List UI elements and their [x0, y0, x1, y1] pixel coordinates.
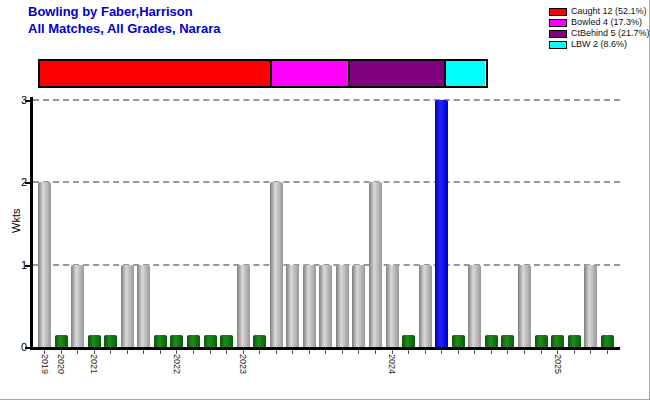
x-axis-line	[30, 347, 620, 350]
x-year-label-2019: 2019	[40, 354, 50, 374]
match-bar	[336, 265, 349, 347]
match-bar	[568, 335, 581, 347]
match-bar	[270, 182, 283, 347]
x-tick	[574, 350, 575, 354]
y-tick-label-2: 2	[8, 176, 27, 188]
match-bar	[452, 335, 465, 347]
x-tick	[441, 350, 442, 354]
match-bar	[419, 265, 432, 347]
match-bar	[485, 335, 498, 347]
x-tick	[127, 350, 128, 354]
match-bar	[154, 335, 167, 347]
match-bar	[71, 265, 84, 347]
match-bar	[518, 265, 531, 347]
bowling-summary-window: Bowling by Faber,Harrison All Matches, A…	[0, 0, 650, 400]
y-axis-line	[30, 97, 33, 350]
x-tick	[458, 350, 459, 354]
gridline-y2	[33, 181, 620, 183]
x-year-label-2025: 2025	[553, 354, 563, 374]
x-tick	[276, 350, 277, 354]
y-tick-label-3: 3	[8, 94, 27, 106]
match-bar	[402, 335, 415, 347]
match-bar	[121, 265, 134, 347]
x-year-label-2024: 2024	[387, 354, 397, 374]
match-bar	[386, 265, 399, 347]
x-tick	[524, 350, 525, 354]
x-year-label-2020: 2020	[56, 354, 66, 374]
x-tick	[425, 350, 426, 354]
x-tick	[474, 350, 475, 354]
x-tick	[210, 350, 211, 354]
x-tick	[342, 350, 343, 354]
x-year-label-2023: 2023	[238, 354, 248, 374]
match-bar	[501, 335, 514, 347]
match-bar	[38, 182, 51, 347]
x-tick	[226, 350, 227, 354]
x-tick	[309, 350, 310, 354]
x-tick	[491, 350, 492, 354]
x-tick	[375, 350, 376, 354]
match-bar	[204, 335, 217, 347]
x-tick	[590, 350, 591, 354]
match-bar	[104, 335, 117, 347]
match-bar	[187, 335, 200, 347]
y-tick-label-1: 1	[8, 259, 27, 271]
match-bar	[352, 265, 365, 347]
x-year-label-2021: 2021	[89, 354, 99, 374]
match-bar	[369, 182, 382, 347]
match-bar	[303, 265, 316, 347]
match-bar	[435, 100, 448, 347]
x-tick	[292, 350, 293, 354]
wickets-bar-chart: Wkts 01232019202020212022202320242025	[0, 0, 650, 400]
x-year-label-2022: 2022	[172, 354, 182, 374]
match-bar	[584, 265, 597, 347]
x-tick	[607, 350, 608, 354]
match-bar	[253, 335, 266, 347]
y-axis-title: Wkts	[10, 209, 22, 233]
match-bar	[55, 335, 68, 347]
x-tick	[358, 350, 359, 354]
match-bar	[551, 335, 564, 347]
x-tick	[259, 350, 260, 354]
x-tick	[110, 350, 111, 354]
x-tick	[143, 350, 144, 354]
match-bar	[237, 265, 250, 347]
match-bar	[137, 265, 150, 347]
y-tick-label-0: 0	[8, 341, 27, 353]
match-bar	[319, 265, 332, 347]
gridline-y3	[33, 99, 620, 101]
x-tick	[77, 350, 78, 354]
x-tick	[193, 350, 194, 354]
match-bar	[220, 335, 233, 347]
x-tick	[541, 350, 542, 354]
x-tick	[408, 350, 409, 354]
match-bar	[286, 265, 299, 347]
match-bar	[601, 335, 614, 347]
match-bar	[88, 335, 101, 347]
x-tick	[507, 350, 508, 354]
match-bar	[535, 335, 548, 347]
match-bar	[468, 265, 481, 347]
x-tick	[325, 350, 326, 354]
match-bar	[170, 335, 183, 347]
x-tick	[160, 350, 161, 354]
